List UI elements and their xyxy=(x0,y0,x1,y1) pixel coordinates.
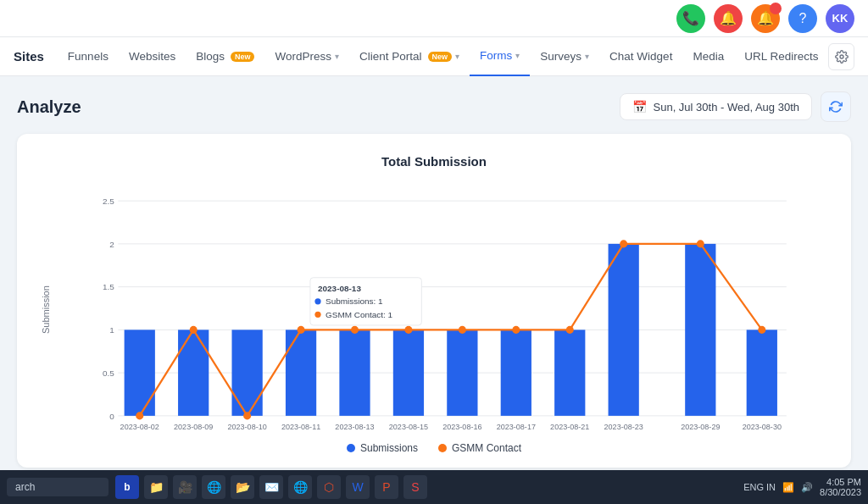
help-icon[interactable]: ? xyxy=(788,4,817,33)
svg-text:2: 2 xyxy=(109,240,114,249)
chart-legend: Submissions GSMM Contact xyxy=(37,442,831,454)
legend-gsmm: GSMM Contact xyxy=(438,442,521,454)
svg-text:2023-08-13: 2023-08-13 xyxy=(335,423,374,431)
wordpress-chevron: ▾ xyxy=(335,52,339,61)
bar-5[interactable] xyxy=(393,330,424,416)
svg-point-15 xyxy=(314,298,320,304)
svg-text:GSMM Contact: 1: GSMM Contact: 1 xyxy=(326,310,393,319)
nav-item-url-redirects[interactable]: URL Redirects xyxy=(734,37,828,76)
line-dot-4 xyxy=(351,326,359,334)
taskbar-icon-ppt[interactable]: P xyxy=(375,475,398,476)
svg-point-17 xyxy=(314,312,320,318)
alert-badge xyxy=(770,3,782,14)
taskbar-icon-files[interactable]: 📁 xyxy=(144,475,168,476)
avatar-icon[interactable]: KK xyxy=(826,4,854,33)
line-dot-9 xyxy=(620,240,627,247)
chart-svg: 2.5 2 1.5 1 0.5 0 xyxy=(51,186,831,431)
help-button[interactable]: ? xyxy=(788,4,817,33)
taskbar-icon-office[interactable]: ⬡ xyxy=(317,475,341,476)
line-dot-3 xyxy=(298,326,305,334)
date-range-wrap: 📅 Sun, Jul 30th - Wed, Aug 30th xyxy=(620,91,852,122)
chart-card: Total Submission Submission 2.5 2 1.5 1 xyxy=(17,134,851,468)
taskbar-icon-edge[interactable]: 🌐 xyxy=(202,475,225,476)
phone-icon[interactable]: 📞 xyxy=(676,4,705,33)
svg-text:2023-08-10: 2023-08-10 xyxy=(227,423,266,431)
bar-1[interactable] xyxy=(178,330,209,416)
bar-4[interactable] xyxy=(339,330,370,416)
line-dot-2 xyxy=(243,412,251,419)
nav-item-client-portal[interactable]: Client Portal New ▾ xyxy=(349,37,470,76)
svg-text:2023-08-11: 2023-08-11 xyxy=(281,423,320,431)
top-bar: 📞 🔔 🔔 ? KK xyxy=(0,0,868,37)
svg-text:2023-08-30: 2023-08-30 xyxy=(743,423,782,431)
bar-6[interactable] xyxy=(447,330,477,416)
line-dot-8 xyxy=(566,326,574,334)
taskbar-icon-mail[interactable]: ✉️ xyxy=(259,475,283,476)
svg-text:2023-08-15: 2023-08-15 xyxy=(389,423,428,431)
line-dot-6 xyxy=(459,326,466,334)
legend-gsmm-dot xyxy=(438,444,447,452)
client-portal-badge: New xyxy=(428,52,453,62)
line-dot-5 xyxy=(404,326,412,334)
taskbar-icon-word[interactable]: W xyxy=(346,475,370,476)
svg-text:0: 0 xyxy=(109,412,114,421)
line-dot-10 xyxy=(697,240,704,247)
bar-10[interactable] xyxy=(685,244,715,416)
line-dot-1 xyxy=(190,326,198,334)
client-portal-chevron: ▾ xyxy=(455,52,459,61)
y-axis-label: Submission xyxy=(37,186,51,434)
bar-3[interactable] xyxy=(286,330,316,416)
svg-text:2023-08-16: 2023-08-16 xyxy=(442,423,481,431)
taskbar-icon-b[interactable]: b xyxy=(115,475,139,476)
nav-item-websites[interactable]: Websites xyxy=(119,37,186,76)
bar-9[interactable] xyxy=(609,244,639,416)
bar-0[interactable] xyxy=(125,330,155,416)
legend-gsmm-label: GSMM Contact xyxy=(452,442,521,454)
svg-text:1.5: 1.5 xyxy=(103,282,114,291)
legend-submissions-label: Submissions xyxy=(360,442,418,454)
taskbar-icon-folder[interactable]: 📂 xyxy=(231,475,254,476)
refresh-button[interactable] xyxy=(821,91,851,122)
surveys-chevron: ▾ xyxy=(585,52,589,61)
avatar-button[interactable]: KK xyxy=(826,4,854,33)
line-dot-7 xyxy=(512,326,520,334)
bar-8[interactable] xyxy=(554,330,585,416)
phone-button[interactable]: 📞 xyxy=(676,4,705,33)
nav-item-forms[interactable]: Forms ▾ xyxy=(470,37,530,76)
date-range-button[interactable]: 📅 Sun, Jul 30th - Wed, Aug 30th xyxy=(620,93,813,120)
date-range-text: Sun, Jul 30th - Wed, Aug 30th xyxy=(654,101,800,114)
taskbar: arch b 📁 🎥 🌐 📂 ✉️ 🌐 ⬡ W P xyxy=(0,470,868,476)
nav-item-wordpress[interactable]: WordPress ▾ xyxy=(264,37,349,76)
taskbar-icon-zoom[interactable]: 🎥 xyxy=(173,475,197,476)
bar-7[interactable] xyxy=(501,330,531,416)
nav-item-funnels[interactable]: Funnels xyxy=(58,37,119,76)
svg-point-0 xyxy=(840,55,843,58)
svg-text:Submissions: 1: Submissions: 1 xyxy=(326,296,383,306)
chart-section: Total Submission Submission 2.5 2 1.5 1 xyxy=(0,134,868,476)
chart-inner: 2.5 2 1.5 1 0.5 0 xyxy=(51,186,831,434)
svg-text:2023-08-21: 2023-08-21 xyxy=(550,423,589,431)
svg-text:2023-08-13: 2023-08-13 xyxy=(318,284,361,293)
alert-button[interactable]: 🔔 xyxy=(751,4,780,33)
notification-icon[interactable]: 🔔 xyxy=(714,4,743,33)
nav-item-blogs[interactable]: Blogs New xyxy=(186,37,264,76)
settings-button[interactable] xyxy=(828,43,854,70)
nav-bar: Sites Funnels Websites Blogs New WordPre… xyxy=(0,37,868,76)
taskbar-icon-extra1[interactable]: S xyxy=(403,475,427,476)
nav-item-media[interactable]: Media xyxy=(682,37,734,76)
nav-item-surveys[interactable]: Surveys ▾ xyxy=(530,37,599,76)
nav-item-chat-widget[interactable]: Chat Widget xyxy=(599,37,682,76)
bar-2[interactable] xyxy=(232,330,263,416)
svg-text:2023-08-17: 2023-08-17 xyxy=(497,423,536,431)
svg-text:2.5: 2.5 xyxy=(103,197,114,206)
svg-text:2023-08-02: 2023-08-02 xyxy=(120,423,159,431)
svg-text:0.5: 0.5 xyxy=(103,368,114,378)
line-dot-0 xyxy=(136,412,143,419)
page-title: Analyze xyxy=(17,97,81,117)
bar-11[interactable] xyxy=(747,330,777,416)
forms-chevron: ▾ xyxy=(515,51,520,60)
taskbar-icon-chrome[interactable]: 🌐 xyxy=(288,475,312,476)
taskbar-icons: b 📁 🎥 🌐 📂 ✉️ 🌐 ⬡ W P S xyxy=(115,475,427,476)
notification-button[interactable]: 🔔 xyxy=(714,4,743,33)
legend-submissions: Submissions xyxy=(347,442,418,454)
